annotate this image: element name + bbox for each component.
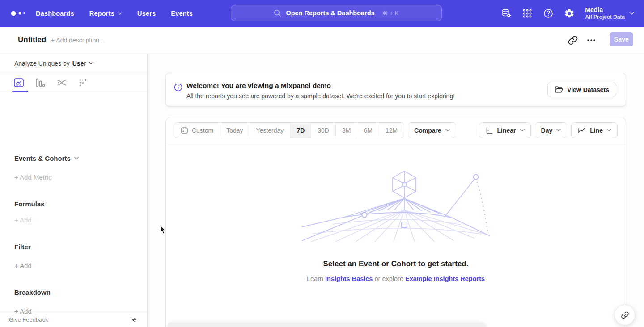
analyze-uniques-row: Analyze Uniques by User bbox=[0, 54, 147, 73]
selected-tab-underline bbox=[12, 91, 28, 92]
banner-subtitle: All the reports you see are powered by a… bbox=[186, 92, 455, 100]
give-feedback-link[interactable]: Give Feedback bbox=[9, 316, 48, 323]
nav-item-label: Dashboards bbox=[36, 10, 74, 17]
project-scope: All Project Data bbox=[585, 14, 625, 21]
chevron-down-icon bbox=[445, 129, 450, 132]
info-icon bbox=[174, 83, 182, 92]
tab-flows-icon[interactable] bbox=[56, 77, 67, 88]
nav-item-dashboards[interactable]: Dashboards bbox=[36, 10, 74, 17]
breakdown-header: Breakdown bbox=[14, 289, 51, 296]
empty-state: Select an Event or Cohort to get started… bbox=[166, 143, 626, 282]
date-range-label: Today bbox=[226, 127, 243, 134]
nav-item-label: Events bbox=[171, 10, 193, 17]
analyze-by-dropdown[interactable]: User bbox=[72, 60, 93, 67]
date-range-label: 3M bbox=[342, 127, 351, 134]
nav-item-label: Reports bbox=[89, 10, 114, 17]
example-reports-link[interactable]: Example Insights Reports bbox=[405, 275, 485, 282]
events-cohorts-header[interactable]: Events & Cohorts bbox=[14, 155, 79, 162]
add-formula-button[interactable]: + Add bbox=[14, 216, 32, 224]
query-builder-sidebar: Analyze Uniques by User E bbox=[0, 54, 148, 327]
chevron-down-icon[interactable] bbox=[629, 12, 634, 15]
date-range-label: 12M bbox=[386, 127, 398, 134]
report-header: Untitled + Add description... Save bbox=[0, 27, 644, 54]
interval-label: Day bbox=[541, 127, 553, 134]
copy-link-icon[interactable] bbox=[568, 35, 578, 46]
folder-icon bbox=[555, 86, 563, 93]
analyze-label: Analyze Uniques by bbox=[14, 60, 70, 67]
insights-report-card: Custom Today Yesterday 7D 30D 3M 6M 12M … bbox=[165, 117, 626, 327]
scale-dropdown[interactable]: Linear bbox=[479, 122, 531, 138]
date-range-label: Yesterday bbox=[256, 127, 284, 134]
date-range-7d[interactable]: 7D bbox=[290, 123, 311, 138]
project-name: Media bbox=[585, 6, 625, 14]
axes-linear-icon bbox=[485, 126, 493, 134]
global-search[interactable]: Open Reports & Dashboards ⌘ + K bbox=[231, 5, 442, 21]
nav-item-label: Users bbox=[137, 10, 156, 17]
date-range-yesterday[interactable]: Yesterday bbox=[250, 123, 291, 138]
sidebar-footer: Give Feedback bbox=[0, 312, 147, 327]
mixpanel-logo-icon[interactable] bbox=[9, 8, 29, 19]
chart-type-tabs bbox=[0, 74, 147, 92]
report-toolbar: Custom Today Yesterday 7D 30D 3M 6M 12M … bbox=[166, 117, 626, 143]
data-management-icon[interactable] bbox=[501, 8, 512, 19]
date-range-custom[interactable]: Custom bbox=[174, 123, 220, 138]
nav-item-reports[interactable]: Reports bbox=[89, 10, 122, 17]
chevron-down-icon bbox=[556, 129, 561, 132]
nav-item-users[interactable]: Users bbox=[137, 10, 156, 17]
calendar-icon bbox=[181, 126, 188, 134]
tab-retention-icon[interactable] bbox=[78, 77, 89, 88]
settings-icon[interactable] bbox=[564, 8, 575, 19]
report-description-placeholder[interactable]: + Add description... bbox=[51, 37, 104, 44]
events-cohorts-label: Events & Cohorts bbox=[14, 155, 71, 162]
date-range-label: 30D bbox=[318, 127, 329, 134]
bottom-panel-peek[interactable] bbox=[166, 323, 487, 327]
date-range-control: Custom Today Yesterday 7D 30D 3M 6M 12M bbox=[174, 122, 404, 138]
date-range-label: 6M bbox=[364, 127, 372, 134]
nav-item-events[interactable]: Events bbox=[171, 10, 193, 17]
chart-type-dropdown[interactable]: Line bbox=[571, 122, 618, 138]
help-icon[interactable] bbox=[543, 8, 554, 19]
empty-state-links: Learn Insights Basics or explore Example… bbox=[307, 275, 485, 282]
save-button[interactable]: Save bbox=[610, 32, 633, 46]
share-link-fab[interactable] bbox=[614, 305, 635, 325]
date-range-label: 7D bbox=[297, 127, 305, 134]
search-shortcut: ⌘ + K bbox=[382, 9, 399, 17]
chart-display-controls: Linear Day Line bbox=[479, 122, 618, 138]
link-icon bbox=[621, 311, 629, 319]
date-range-6m[interactable]: 6M bbox=[357, 123, 379, 138]
add-filter-button[interactable]: + Add bbox=[14, 262, 32, 269]
tab-bar-icon[interactable] bbox=[35, 77, 46, 88]
view-datasets-button[interactable]: View Datasets bbox=[547, 82, 616, 97]
filter-header: Filter bbox=[14, 243, 31, 251]
date-range-label: Custom bbox=[192, 127, 213, 134]
interval-dropdown[interactable]: Day bbox=[535, 122, 568, 138]
chart-type-label: Line bbox=[590, 127, 603, 134]
insights-basics-link[interactable]: Insights Basics bbox=[325, 275, 373, 282]
compare-dropdown[interactable]: Compare bbox=[408, 122, 456, 138]
explore-text: or explore bbox=[374, 275, 403, 282]
top-navigation: Dashboards Reports Users Events Open Rep… bbox=[0, 0, 644, 27]
line-chart-icon bbox=[577, 126, 586, 134]
search-placeholder: Open Reports & Dashboards bbox=[286, 9, 374, 17]
date-range-12m[interactable]: 12M bbox=[379, 123, 404, 138]
formulas-header: Formulas bbox=[14, 200, 45, 208]
date-range-3m[interactable]: 3M bbox=[336, 123, 357, 138]
empty-state-illustration bbox=[302, 170, 490, 242]
nav-right-controls: Media All Project Data bbox=[501, 0, 644, 27]
chevron-down-icon bbox=[118, 12, 122, 15]
date-range-30d[interactable]: 30D bbox=[311, 123, 336, 138]
more-options-icon[interactable] bbox=[587, 38, 596, 43]
analyze-value: User bbox=[72, 60, 86, 67]
chevron-down-icon bbox=[520, 129, 525, 132]
chevron-down-icon bbox=[74, 157, 79, 160]
compare-label: Compare bbox=[414, 127, 441, 134]
tab-insights-line-icon[interactable] bbox=[13, 77, 24, 88]
date-range-today[interactable]: Today bbox=[220, 123, 250, 138]
collapse-sidebar-icon[interactable] bbox=[129, 316, 137, 324]
apps-grid-icon[interactable] bbox=[522, 8, 533, 19]
chevron-down-icon bbox=[89, 62, 93, 65]
chevron-down-icon bbox=[607, 129, 611, 132]
project-switcher[interactable]: Media All Project Data bbox=[585, 6, 625, 21]
report-title[interactable]: Untitled bbox=[18, 35, 46, 44]
add-metric-button[interactable]: + Add Metric bbox=[14, 173, 52, 181]
